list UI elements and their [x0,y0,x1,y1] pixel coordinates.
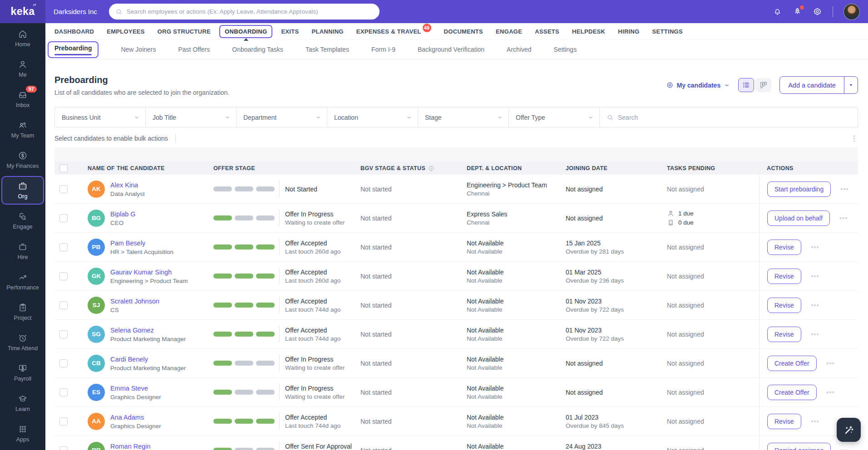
row-action-revise-button[interactable]: Revise [767,327,801,342]
sidebar-item-project[interactable]: Project [1,298,44,326]
kanban-view-button[interactable] [755,78,771,92]
filter-job-title[interactable]: Job Title [145,107,237,127]
row-checkbox[interactable] [59,388,68,396]
settings-gear-icon[interactable] [813,7,822,16]
filter-business-unit[interactable]: Business Unit [54,107,146,127]
candidate-name-link[interactable]: Ana Adams [110,414,144,421]
sidebar-item-org[interactable]: Org [1,176,44,205]
row-checkbox[interactable] [59,243,68,251]
subtab-form-i-9[interactable]: Form I-9 [371,46,395,53]
candidate-name-link[interactable]: Scralett Johnson [110,298,159,305]
keka-logo[interactable]: keka [0,0,45,23]
candidate-name-link[interactable]: Emma Steve [110,385,148,392]
row-checkbox[interactable] [59,417,68,426]
sidebar-item-team[interactable]: My Team [1,115,44,144]
row-action-create-offer-button[interactable]: Create Offer [767,385,817,400]
candidate-name-link[interactable]: Selena Gomez [110,327,154,334]
subtab-preboarding[interactable]: Preboarding [48,41,99,58]
candidate-name-link[interactable]: Biplab G [110,210,136,218]
filter-stage[interactable]: Stage [418,107,509,127]
nav-tab-exits[interactable]: EXITS [275,28,305,35]
candidate-name-link[interactable]: Cardi Benely [110,356,148,363]
global-search-input[interactable] [127,8,373,15]
sidebar-item-engage[interactable]: Engage [1,206,44,235]
row-more-icon[interactable] [810,272,819,281]
row-checkbox[interactable] [59,330,68,338]
nav-tab-engage[interactable]: ENGAGE [489,28,528,35]
ai-assistant-button[interactable] [837,418,861,442]
row-checkbox[interactable] [59,359,68,367]
row-action-revise-button[interactable]: Revise [767,269,801,284]
sidebar-item-inbox[interactable]: 97 Inbox [1,85,44,113]
candidate-name-link[interactable]: Roman Regin [110,443,151,450]
nav-tab-expenses-travel[interactable]: EXPENSES & TRAVEL48 [350,27,438,36]
candidate-name-link[interactable]: Alex Kina [110,181,138,189]
sidebar-item-apps[interactable]: Apps [1,419,44,448]
row-checkbox[interactable] [59,185,68,193]
row-more-icon[interactable] [810,330,819,339]
row-action-upload-on-behalf-button[interactable]: Upload on behalf [767,210,830,226]
filter-department[interactable]: Department [236,107,327,127]
row-more-icon[interactable] [826,359,835,368]
row-checkbox[interactable] [59,301,68,309]
row-checkbox[interactable] [59,214,68,222]
subtab-new-joiners[interactable]: New Joiners [121,46,156,53]
sidebar-item-payroll[interactable]: Payroll [1,358,44,387]
bulk-more-icon[interactable] [850,135,858,142]
whats-new-rocket-icon[interactable] [793,7,802,16]
subtab-background-verification[interactable]: Background Verification [418,46,484,53]
sidebar-item-hire[interactable]: Hire [1,237,44,265]
nav-tab-helpdesk[interactable]: HELPDESK [566,28,612,35]
nav-tab-planning[interactable]: PLANNING [305,28,350,35]
table-search-input[interactable] [618,114,851,121]
table-search[interactable] [599,107,858,127]
global-search[interactable] [109,4,380,20]
row-action-revise-button[interactable]: Revise [767,414,801,429]
sidebar-item-performance[interactable]: Performance [1,267,44,296]
nav-tab-onboarding[interactable]: ONBOARDING [219,25,272,38]
notifications-bell-icon[interactable] [773,7,782,16]
nav-tab-hiring[interactable]: HIRING [612,28,646,35]
row-checkbox[interactable] [59,272,68,280]
nav-tab-employees[interactable]: EMPLOYEES [100,28,151,35]
row-more-icon[interactable] [810,243,819,252]
row-more-icon[interactable] [840,185,849,194]
sidebar-item-time-attend[interactable]: Time Attend [1,328,44,357]
sidebar-item-user[interactable]: Me [1,54,44,83]
subtab-task-templates[interactable]: Task Templates [306,46,349,53]
filter-offer-type[interactable]: Offer Type [508,107,600,127]
nav-tab-org-structure[interactable]: ORG STRUCTURE [151,28,217,35]
candidate-name-link[interactable]: Pam Besely [110,240,145,247]
user-avatar[interactable] [843,4,860,20]
sidebar-item-finances[interactable]: My Finances [1,146,44,174]
row-more-icon[interactable] [810,301,819,310]
row-more-icon[interactable] [839,214,848,223]
nav-tab-assets[interactable]: ASSETS [528,28,566,35]
row-more-icon[interactable] [810,417,819,426]
nav-tab-settings[interactable]: SETTINGS [646,28,689,35]
subtab-archived[interactable]: Archived [507,46,531,53]
subtab-past-offers[interactable]: Past Offers [178,46,210,53]
candidates-scope-dropdown[interactable]: My candidates [666,81,730,89]
list-view-button[interactable] [738,78,754,92]
subtab-settings[interactable]: Settings [554,46,577,53]
row-more-icon[interactable] [826,388,835,397]
info-icon[interactable] [428,165,434,171]
row-action-start-preboarding-button[interactable]: Start preboarding [767,181,831,197]
select-all-checkbox[interactable] [59,164,68,172]
add-candidate-dropdown-button[interactable] [844,77,858,93]
row-action-create-offer-button[interactable]: Create Offer [767,356,817,371]
sidebar-item-home[interactable]: Home [1,24,44,53]
row-more-icon[interactable] [840,446,849,450]
nav-tab-dashboard[interactable]: DASHBOARD [54,28,100,35]
row-action-revise-button[interactable]: Revise [767,298,801,313]
row-checkbox[interactable] [59,446,68,450]
add-candidate-button[interactable]: Add a candidate [780,77,844,93]
sidebar-item-learn[interactable]: Learn [1,389,44,417]
candidate-name-link[interactable]: Gaurav Kumar Singh [110,269,172,276]
nav-tab-documents[interactable]: DOCUMENTS [438,28,489,35]
filter-location[interactable]: Location [327,107,418,127]
row-action-revise-button[interactable]: Revise [767,240,801,255]
row-action-remind-assignee-button[interactable]: Remind assignee [767,443,831,450]
subtab-onboarding-tasks[interactable]: Onboarding Tasks [232,46,283,53]
